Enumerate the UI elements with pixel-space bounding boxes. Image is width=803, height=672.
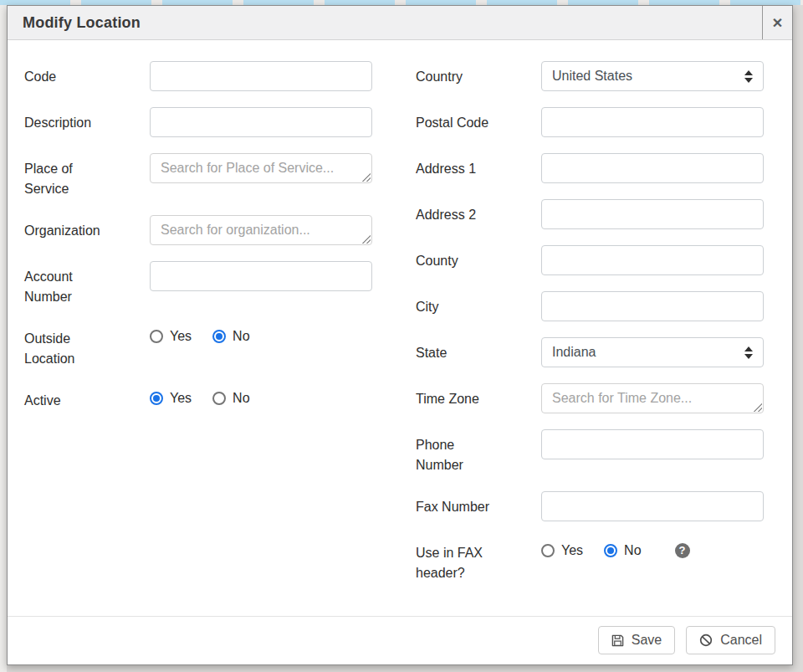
postal-code-input[interactable] [541,107,764,137]
address-1-field-row: Address 1 [416,153,775,183]
country-select-value: United States [552,69,632,84]
phone-number-input[interactable] [541,429,764,459]
state-select[interactable]: Indiana [541,337,764,367]
phone-number-label: Phone Number [416,429,499,475]
organization-label: Organization [24,215,108,241]
time-zone-label: Time Zone [416,383,499,409]
country-select[interactable]: United States [541,61,764,91]
chevron-updown-icon [744,70,753,83]
description-label: Description [24,107,108,133]
save-floppy-icon [611,634,624,647]
modal-title: Modify Location [23,14,141,32]
active-field-row: Active Yes No [24,385,384,411]
description-input[interactable] [150,107,372,137]
use-in-fax-header-no-radio[interactable]: No [604,543,641,558]
outside-location-yes-radio[interactable]: Yes [150,329,192,344]
active-label: Active [24,385,108,411]
radio-label: No [233,329,249,344]
radio-icon [212,392,226,405]
account-number-label: Account Number [24,261,108,307]
radio-label: Yes [170,329,192,344]
city-field-row: City [416,291,775,321]
postal-code-label: Postal Code [416,107,499,133]
radio-icon [150,392,163,405]
postal-code-field-row: Postal Code [416,107,775,137]
address-2-field-row: Address 2 [416,199,775,229]
state-label: State [416,337,499,363]
radio-label: No [233,391,249,406]
modal-footer: Save Cancel [8,616,792,664]
left-column: Code Description Place of Service Organi… [24,61,384,599]
country-field-row: Country United States [416,61,775,91]
background-page-sliver [0,0,7,672]
active-no-radio[interactable]: No [212,391,249,406]
city-label: City [416,291,499,317]
modify-location-modal: Modify Location ✕ Code Description Place… [7,5,793,665]
save-button[interactable]: Save [598,626,675,654]
outside-location-radio-group: Yes No [150,323,372,344]
cancel-button[interactable]: Cancel [686,626,775,654]
time-zone-search-input[interactable] [541,383,764,413]
outside-location-no-radio[interactable]: No [212,329,249,344]
state-field-row: State Indiana [416,337,775,367]
city-input[interactable] [541,291,764,321]
code-field-row: Code [24,61,384,91]
modal-body: Code Description Place of Service Organi… [8,40,792,616]
account-number-input[interactable] [150,261,372,291]
fax-number-field-row: Fax Number [416,491,775,521]
address-1-label: Address 1 [416,153,499,179]
radio-icon [150,330,163,343]
chevron-updown-icon [744,346,753,359]
state-select-value: Indiana [552,345,596,360]
help-icon[interactable]: ? [675,543,690,558]
save-button-label: Save [632,633,662,648]
close-icon: ✕ [772,15,783,31]
place-of-service-search-input[interactable] [150,153,372,183]
fax-number-input[interactable] [541,491,764,521]
radio-label: Yes [561,543,583,558]
place-of-service-label: Place of Service [24,153,108,199]
use-in-fax-header-label: Use in FAX header? [416,537,499,583]
phone-number-field-row: Phone Number [416,429,775,475]
code-input[interactable] [150,61,372,91]
radio-icon [604,544,617,557]
use-in-fax-header-field-row: Use in FAX header? Yes No ? [416,537,775,583]
fax-number-label: Fax Number [416,491,499,517]
close-button[interactable]: ✕ [762,6,792,39]
county-input[interactable] [541,245,764,275]
use-in-fax-header-radio-group: Yes No ? [541,537,764,558]
cancel-button-label: Cancel [720,633,762,648]
radio-icon [541,544,555,557]
account-number-field-row: Account Number [24,261,384,307]
active-yes-radio[interactable]: Yes [150,391,192,406]
active-radio-group: Yes No [150,385,372,406]
modal-header: Modify Location ✕ [8,6,792,40]
right-column: Country United States Postal Code Addres… [416,61,775,599]
county-field-row: County [416,245,775,275]
outside-location-field-row: Outside Location Yes No [24,323,384,369]
place-of-service-field-row: Place of Service [24,153,384,199]
address-1-input[interactable] [541,153,764,183]
radio-icon [212,330,226,343]
code-label: Code [24,61,108,87]
radio-label: Yes [170,391,192,406]
radio-label: No [624,543,641,558]
organization-field-row: Organization [24,215,384,245]
cancel-ban-icon [699,634,713,647]
use-in-fax-header-yes-radio[interactable]: Yes [541,543,583,558]
outside-location-label: Outside Location [24,323,108,369]
address-2-input[interactable] [541,199,764,229]
time-zone-field-row: Time Zone [416,383,775,413]
country-label: Country [416,61,499,87]
address-2-label: Address 2 [416,199,499,225]
description-field-row: Description [24,107,384,137]
county-label: County [416,245,499,271]
organization-search-input[interactable] [150,215,372,245]
